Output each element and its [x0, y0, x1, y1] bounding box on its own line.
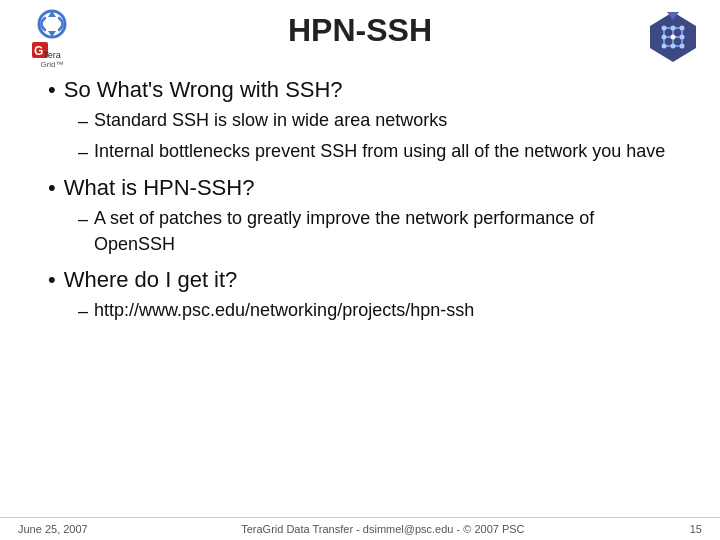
bullet-3: • Where do I get it? — [48, 267, 672, 293]
bullet-3-text: Where do I get it? — [64, 267, 238, 293]
slide-footer: June 25, 2007 TeraGrid Data Transfer - d… — [0, 517, 720, 540]
bullet-1: • So What's Wrong with SSH? — [48, 77, 672, 103]
svg-text:Grid™: Grid™ — [40, 60, 63, 69]
bullet-3-dot: • — [48, 267, 56, 293]
network-logo — [644, 8, 702, 66]
sub-3a-text: http://www.psc.edu/networking/projects/h… — [94, 297, 474, 323]
sub-1b-text: Internal bottlenecks prevent SSH from us… — [94, 138, 665, 164]
svg-point-19 — [662, 44, 667, 49]
slide-content: • So What's Wrong with SSH? – Standard S… — [0, 57, 720, 517]
sub-1a-dash: – — [78, 108, 88, 134]
svg-point-15 — [680, 26, 685, 31]
svg-text:G: G — [34, 44, 43, 58]
bullet-2-subs: – A set of patches to greatly improve th… — [78, 205, 672, 257]
teragrid-logo: G Tera Grid™ — [18, 8, 86, 70]
bullet-1-subs: – Standard SSH is slow in wide area netw… — [78, 107, 672, 165]
sub-3a: – http://www.psc.edu/networking/projects… — [78, 297, 672, 324]
sub-1b: – Internal bottlenecks prevent SSH from … — [78, 138, 672, 165]
svg-point-20 — [671, 44, 676, 49]
svg-point-13 — [662, 26, 667, 31]
bullet-1-text: So What's Wrong with SSH? — [64, 77, 343, 103]
sub-2a: – A set of patches to greatly improve th… — [78, 205, 672, 257]
sub-3a-dash: – — [78, 298, 88, 324]
svg-text:Tera: Tera — [43, 50, 61, 60]
sub-2a-text: A set of patches to greatly improve the … — [94, 205, 672, 257]
sub-1a-text: Standard SSH is slow in wide area networ… — [94, 107, 447, 133]
bullet-2-text: What is HPN-SSH? — [64, 175, 255, 201]
footer-date: June 25, 2007 — [18, 523, 88, 535]
slide: G Tera Grid™ HPN-SSH — [0, 0, 720, 540]
bullet-3-subs: – http://www.psc.edu/networking/projects… — [78, 297, 672, 324]
footer-center: TeraGrid Data Transfer - dsimmel@psc.edu… — [88, 523, 678, 535]
sub-2a-dash: – — [78, 206, 88, 232]
bullet-2: • What is HPN-SSH? — [48, 175, 672, 201]
svg-point-17 — [671, 35, 676, 40]
sub-1b-dash: – — [78, 139, 88, 165]
svg-point-18 — [680, 35, 685, 40]
footer-page: 15 — [678, 523, 702, 535]
svg-point-14 — [671, 26, 676, 31]
svg-point-16 — [662, 35, 667, 40]
sub-1a: – Standard SSH is slow in wide area netw… — [78, 107, 672, 134]
svg-point-21 — [680, 44, 685, 49]
slide-title: HPN-SSH — [288, 12, 432, 49]
bullet-1-dot: • — [48, 77, 56, 103]
bullet-2-dot: • — [48, 175, 56, 201]
slide-header: G Tera Grid™ HPN-SSH — [0, 0, 720, 57]
